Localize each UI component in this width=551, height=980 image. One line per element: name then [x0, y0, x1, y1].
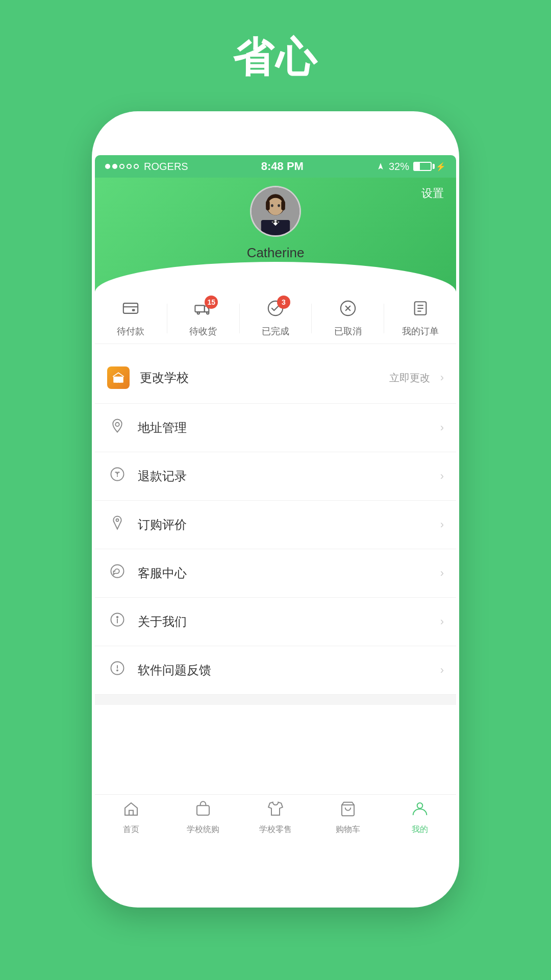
chevron-review: ›	[440, 518, 444, 531]
menu-item-address[interactable]: 地址管理 ›	[95, 404, 456, 452]
menu-item-review[interactable]: 订购评价 ›	[95, 501, 456, 549]
svg-rect-4	[281, 201, 285, 210]
menu-label-feedback: 软件问题反馈	[138, 662, 430, 678]
chevron-address: ›	[440, 421, 444, 434]
person-icon	[412, 801, 428, 821]
home-button[interactable]	[253, 847, 298, 893]
signal-dot-4	[127, 164, 132, 169]
menu-sub-change-school: 立即更改	[389, 371, 430, 385]
menu-item-service[interactable]: 客服中心 ›	[95, 549, 456, 598]
shirt-icon	[267, 801, 284, 821]
svg-point-25	[115, 423, 119, 427]
truck-icon: 15	[194, 300, 212, 321]
svg-point-28	[116, 519, 119, 522]
svg-rect-13	[195, 305, 205, 312]
tab-label-1: 待收货	[189, 325, 217, 337]
battery-fill	[414, 163, 420, 170]
menu-label-refund: 退款记录	[138, 468, 430, 484]
app-title: 省心	[233, 31, 318, 86]
svg-rect-23	[116, 379, 118, 383]
nav-cart[interactable]: 购物车	[312, 801, 384, 835]
menu-item-refund[interactable]: 退款记录 ›	[95, 452, 456, 501]
battery-percent: 32%	[389, 161, 409, 173]
menu-label-address: 地址管理	[138, 420, 430, 436]
tab-label-2: 已完成	[262, 325, 289, 337]
svg-point-31	[117, 617, 118, 618]
tab-label-0: 待付款	[117, 325, 144, 337]
phone-frame: ROGERS 8:48 PM 32% ⚡ 设置	[92, 111, 459, 908]
svg-point-2	[267, 198, 284, 215]
nav-school-retail[interactable]: 学校零售	[239, 801, 312, 835]
tab-my-orders[interactable]: 我的订单	[384, 300, 456, 337]
signal-dot-1	[105, 164, 110, 169]
tab-completed[interactable]: 3 已完成	[240, 300, 312, 337]
profile-header: 设置	[95, 178, 456, 291]
svg-rect-3	[266, 201, 270, 210]
refund-icon	[107, 467, 128, 486]
svg-point-29	[111, 565, 124, 578]
signal-strength	[105, 164, 139, 169]
earpiece-speaker	[246, 126, 328, 139]
menu-label-service: 客服中心	[138, 565, 430, 581]
chevron-service: ›	[440, 567, 444, 580]
tab-cancelled[interactable]: 已取消	[312, 300, 384, 337]
svg-rect-12	[132, 309, 135, 311]
menu-label-review: 订购评价	[138, 517, 430, 533]
nav-home[interactable]: 首页	[95, 801, 167, 835]
menu-item-change-school[interactable]: 更改学校 立即更改 ›	[95, 352, 456, 404]
phone-top-notch	[223, 126, 328, 140]
menu-section: 更改学校 立即更改 › 地址管理 ›	[95, 352, 456, 695]
menu-item-feedback[interactable]: 软件问题反馈 ›	[95, 646, 456, 695]
svg-point-14	[197, 312, 199, 314]
tab-pending-payment[interactable]: 待付款	[95, 300, 167, 337]
chevron-about: ›	[440, 615, 444, 628]
location-icon	[377, 162, 385, 170]
menu-label-about: 关于我们	[138, 614, 430, 630]
bag-icon	[195, 801, 211, 821]
power-button	[458, 298, 459, 359]
settings-button[interactable]: 设置	[421, 186, 444, 201]
nav-mine[interactable]: 我的	[384, 801, 456, 835]
info-icon	[107, 612, 128, 631]
signal-dot-3	[119, 164, 124, 169]
chevron-change-school: ›	[440, 371, 444, 384]
status-bar: ROGERS 8:48 PM 32% ⚡	[95, 155, 456, 178]
bottom-spacer	[95, 695, 456, 705]
svg-rect-22	[113, 377, 123, 383]
volume-down-button	[92, 339, 93, 385]
tab-pending-delivery[interactable]: 15 待收货	[167, 300, 239, 337]
chat-icon	[107, 564, 128, 583]
carrier-name: ROGERS	[144, 161, 188, 173]
battery-tip	[433, 164, 435, 169]
nav-label-school-buy: 学校统购	[187, 824, 219, 835]
username: Catherine	[105, 245, 446, 261]
battery-body	[413, 162, 432, 171]
tab-badge-2: 3	[277, 296, 290, 309]
review-icon	[107, 515, 128, 534]
nav-label-mine: 我的	[412, 824, 428, 835]
svg-point-35	[117, 670, 118, 671]
cancel-icon	[339, 300, 357, 321]
status-right: 32% ⚡	[377, 161, 446, 173]
content-area: 待付款 15 待收货	[95, 291, 456, 794]
phone-screen: ROGERS 8:48 PM 32% ⚡ 设置	[95, 155, 456, 843]
status-left: ROGERS	[105, 161, 188, 173]
wallet-icon	[122, 300, 139, 321]
battery-icon: ⚡	[413, 162, 446, 172]
avatar[interactable]	[250, 186, 301, 237]
nav-label-home: 首页	[123, 824, 139, 835]
header-arch	[95, 262, 456, 292]
school-icon	[107, 366, 130, 389]
svg-point-15	[207, 312, 209, 314]
menu-item-about[interactable]: 关于我们 ›	[95, 598, 456, 646]
svg-rect-24	[119, 379, 120, 383]
check-circle-icon: 3	[267, 300, 284, 321]
avatar-image	[252, 186, 299, 237]
clock: 8:48 PM	[261, 160, 304, 173]
svg-point-5	[271, 204, 273, 207]
tab-label-4: 我的订单	[402, 325, 439, 337]
feedback-icon	[107, 660, 128, 680]
nav-school-buy[interactable]: 学校统购	[167, 801, 240, 835]
bottom-nav: 首页 学校统购 学校零售	[95, 794, 456, 843]
signal-dot-5	[134, 164, 139, 169]
